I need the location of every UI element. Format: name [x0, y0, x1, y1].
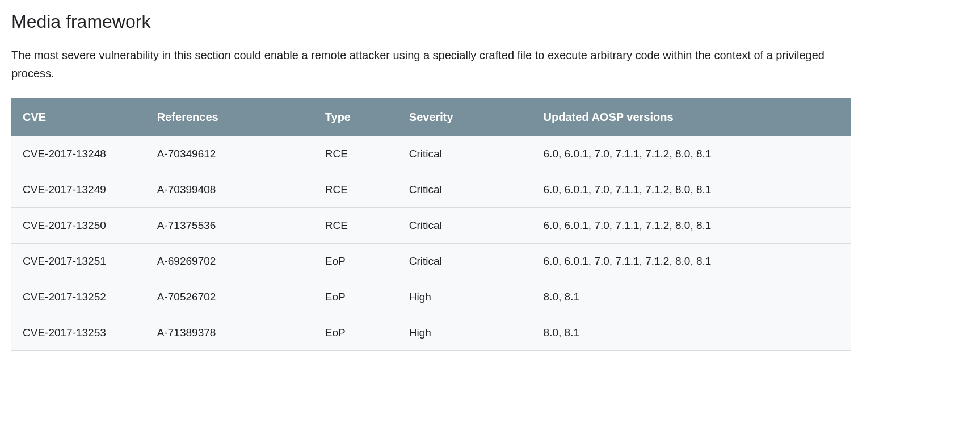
- cell-severity: Critical: [398, 136, 532, 172]
- cell-versions: 6.0, 6.0.1, 7.0, 7.1.1, 7.1.2, 8.0, 8.1: [532, 244, 851, 279]
- section-description: The most severe vulnerability in this se…: [11, 46, 834, 82]
- cell-type: EoP: [314, 279, 398, 315]
- table-row: CVE-2017-13248 A-70349612 RCE Critical 6…: [11, 136, 851, 172]
- cell-versions: 6.0, 6.0.1, 7.0, 7.1.1, 7.1.2, 8.0, 8.1: [532, 208, 851, 244]
- cell-severity: Critical: [398, 172, 532, 208]
- section-title: Media framework: [11, 11, 969, 32]
- cell-cve: CVE-2017-13248: [11, 136, 146, 172]
- cell-severity: High: [398, 279, 532, 315]
- table-header-row: CVE References Type Severity Updated AOS…: [11, 98, 851, 136]
- cell-cve: CVE-2017-13249: [11, 172, 146, 208]
- cell-versions: 8.0, 8.1: [532, 279, 851, 315]
- header-versions: Updated AOSP versions: [532, 98, 851, 136]
- vulnerability-table: CVE References Type Severity Updated AOS…: [11, 98, 851, 351]
- table-row: CVE-2017-13251 A-69269702 EoP Critical 6…: [11, 244, 851, 279]
- cell-cve: CVE-2017-13251: [11, 244, 146, 279]
- header-references: References: [146, 98, 314, 136]
- header-severity: Severity: [398, 98, 532, 136]
- header-cve: CVE: [11, 98, 146, 136]
- table-row: CVE-2017-13253 A-71389378 EoP High 8.0, …: [11, 315, 851, 351]
- table-row: CVE-2017-13252 A-70526702 EoP High 8.0, …: [11, 279, 851, 315]
- cell-references: A-71375536: [146, 208, 314, 244]
- cell-versions: 6.0, 6.0.1, 7.0, 7.1.1, 7.1.2, 8.0, 8.1: [532, 136, 851, 172]
- cell-severity: Critical: [398, 244, 532, 279]
- cell-references: A-70526702: [146, 279, 314, 315]
- cell-type: EoP: [314, 244, 398, 279]
- cell-severity: High: [398, 315, 532, 351]
- cell-type: EoP: [314, 315, 398, 351]
- cell-references: A-69269702: [146, 244, 314, 279]
- cell-cve: CVE-2017-13253: [11, 315, 146, 351]
- cell-severity: Critical: [398, 208, 532, 244]
- cell-versions: 6.0, 6.0.1, 7.0, 7.1.1, 7.1.2, 8.0, 8.1: [532, 172, 851, 208]
- cell-type: RCE: [314, 172, 398, 208]
- cell-references: A-70349612: [146, 136, 314, 172]
- cell-versions: 8.0, 8.1: [532, 315, 851, 351]
- header-type: Type: [314, 98, 398, 136]
- cell-type: RCE: [314, 136, 398, 172]
- cell-cve: CVE-2017-13252: [11, 279, 146, 315]
- table-row: CVE-2017-13249 A-70399408 RCE Critical 6…: [11, 172, 851, 208]
- cell-type: RCE: [314, 208, 398, 244]
- cell-references: A-71389378: [146, 315, 314, 351]
- cell-references: A-70399408: [146, 172, 314, 208]
- cell-cve: CVE-2017-13250: [11, 208, 146, 244]
- table-row: CVE-2017-13250 A-71375536 RCE Critical 6…: [11, 208, 851, 244]
